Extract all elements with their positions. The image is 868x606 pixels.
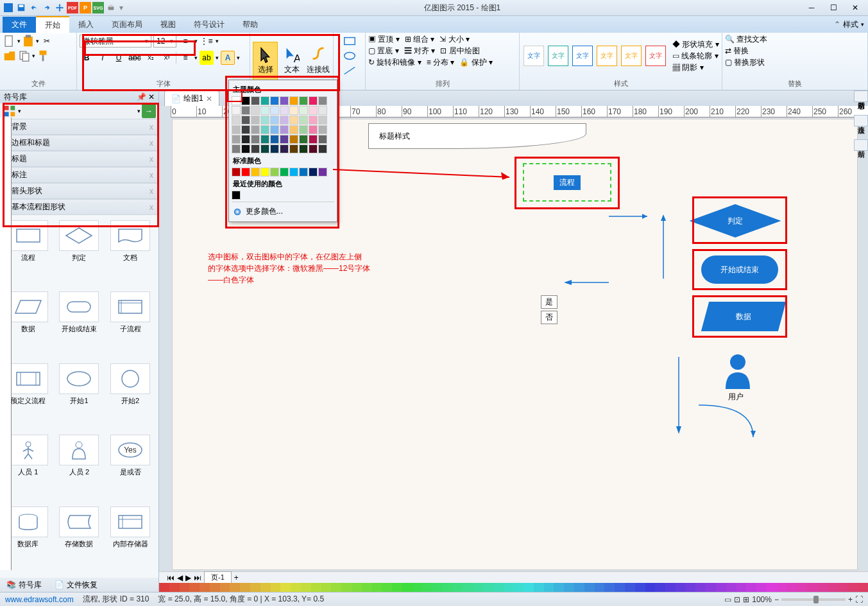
distribute-btn[interactable]: ≡ 分布 ▾ xyxy=(427,57,455,68)
undo-icon[interactable] xyxy=(28,2,40,13)
open-icon[interactable] xyxy=(3,49,17,63)
quick-rect-icon[interactable] xyxy=(343,34,357,48)
text-style-2[interactable]: 文字 xyxy=(548,46,568,66)
bold-button[interactable]: B xyxy=(80,51,94,65)
decision-shape[interactable]: 判定 xyxy=(690,204,781,238)
page-nav-prev[interactable]: ◀ xyxy=(177,573,183,582)
save-icon[interactable] xyxy=(15,2,27,13)
no-label[interactable]: 否 xyxy=(541,311,557,324)
text-style-6[interactable]: 文字 xyxy=(645,46,666,66)
print-icon[interactable] xyxy=(105,2,117,13)
page-tab[interactable]: 页-1 xyxy=(204,571,232,584)
data-shape[interactable]: 数据 xyxy=(701,302,786,331)
panel-close-icon[interactable]: ✕ xyxy=(148,92,155,101)
lib-group-bg[interactable]: ⋮背景x xyxy=(0,119,158,135)
strike-button[interactable]: abc xyxy=(128,51,142,65)
right-tab-connect[interactable]: 连接点 xyxy=(854,115,868,126)
quick-line-icon[interactable] xyxy=(343,64,357,78)
lib-group-arrow[interactable]: ⋮箭头形状x xyxy=(0,183,158,199)
process-shape-selected[interactable]: 流程 xyxy=(523,163,611,202)
select-tool[interactable]: 选择 xyxy=(253,42,278,80)
zoom-out[interactable]: − xyxy=(774,595,779,604)
shape-内部存储器[interactable]: 内部存储器 xyxy=(105,504,156,575)
doc-tab[interactable]: 📄 绘图1 ✕ xyxy=(164,91,219,106)
paste-icon[interactable] xyxy=(21,34,35,48)
standard-color-row[interactable] xyxy=(232,168,334,177)
fit-icon[interactable]: ⛶ xyxy=(855,595,863,604)
tab-home[interactable]: 开始 xyxy=(36,16,69,33)
page-nav-next[interactable]: ▶ xyxy=(185,573,191,582)
shape-开始1[interactable]: 开始1 xyxy=(54,361,105,432)
new-icon[interactable] xyxy=(3,34,17,48)
replace-text[interactable]: ⇄ 替换 xyxy=(725,46,749,56)
add-page-icon[interactable]: + xyxy=(234,573,239,582)
shape-判定[interactable]: 判定 xyxy=(54,218,105,289)
export-svg-icon[interactable]: SVG xyxy=(92,2,104,13)
bottom-tab-lib[interactable]: 📚 符号库 xyxy=(0,578,48,592)
fontcolor-button[interactable]: A xyxy=(221,51,235,65)
linespacing-icon[interactable]: ≡ xyxy=(178,34,192,48)
shape-fill[interactable]: ◆ 形状填充 ▾ xyxy=(672,39,719,50)
connector-tool[interactable]: 连接线 xyxy=(305,42,330,80)
text-style-3[interactable]: 文字 xyxy=(572,46,593,66)
lib-group-callout[interactable]: ⋮标注x xyxy=(0,167,158,183)
more-colors-button[interactable]: 更多颜色... xyxy=(232,204,334,219)
tab-view[interactable]: 视图 xyxy=(151,17,185,33)
underline-button[interactable]: U xyxy=(112,51,126,65)
pin-icon[interactable]: 📌 xyxy=(137,92,146,101)
tab-insert[interactable]: 插入 xyxy=(69,17,103,33)
group-btn[interactable]: ⊞ 组合 ▾ xyxy=(405,34,435,45)
send-back[interactable]: ▢ 置底 ▾ xyxy=(368,46,399,56)
close-button[interactable]: ✕ xyxy=(845,1,865,14)
tab-symbol[interactable]: 符号设计 xyxy=(185,17,234,33)
protect-btn[interactable]: 🔒 保护 ▾ xyxy=(459,57,493,68)
bottom-tab-recover[interactable]: 📄 文件恢复 xyxy=(48,578,104,592)
text-tool[interactable]: A 文本 xyxy=(279,42,304,80)
page-nav-last[interactable]: ⏭ xyxy=(194,573,201,582)
user-shape[interactable] xyxy=(723,353,753,391)
view-icon-2[interactable]: ⊡ xyxy=(734,595,740,604)
line-outline[interactable]: ▭ 线条轮廓 ▾ xyxy=(672,51,719,62)
superscript-button[interactable]: X² xyxy=(160,51,174,65)
minimize-button[interactable]: ─ xyxy=(801,1,822,14)
color-bar[interactable] xyxy=(159,583,868,592)
lib-icon-1[interactable] xyxy=(3,104,17,118)
status-url[interactable]: www.edrawsoft.com xyxy=(5,595,74,604)
copy-icon[interactable] xyxy=(17,49,31,63)
lib-group-border[interactable]: ⋮边框和标题x xyxy=(0,135,158,151)
yes-label[interactable]: 是 xyxy=(541,295,557,309)
align-icon[interactable]: ≡ xyxy=(178,51,192,65)
size-btn[interactable]: ⇲ 大小 ▾ xyxy=(439,34,470,45)
replace-shape[interactable]: ▢ 替换形状 xyxy=(725,57,765,68)
lib-go-icon[interactable]: → xyxy=(142,104,156,118)
italic-button[interactable]: I xyxy=(96,51,110,65)
align-btn[interactable]: ☰ 对齐 ▾ xyxy=(404,46,436,56)
view-icon-1[interactable]: ▭ xyxy=(724,595,731,604)
lib-group-flowchart[interactable]: ⋮基本流程图形状x xyxy=(0,199,158,215)
shape-文档[interactable]: 文档 xyxy=(105,218,156,289)
lib-group-title[interactable]: ⋮标题x xyxy=(0,151,158,167)
theme-color-row[interactable] xyxy=(232,96,334,105)
quick-oval-icon[interactable] xyxy=(343,49,357,63)
style-menu[interactable]: 样式 xyxy=(843,19,858,30)
page-nav-first[interactable]: ⏮ xyxy=(167,573,174,582)
maximize-button[interactable]: ☐ xyxy=(823,1,844,14)
highlight-icon[interactable]: ab xyxy=(200,51,214,65)
recent-color-row[interactable] xyxy=(232,191,334,200)
tab-layout[interactable]: 页面布局 xyxy=(103,17,151,33)
view-icon-3[interactable]: ⊞ xyxy=(743,595,749,604)
right-tab-help[interactable]: 动态帮助 xyxy=(854,91,868,102)
collapse-ribbon-icon[interactable]: ⌃ xyxy=(834,20,840,29)
zoom-slider[interactable] xyxy=(781,598,846,601)
terminator-shape[interactable]: 开始或结束 xyxy=(701,255,778,284)
shape-人员 2[interactable]: 人员 2 xyxy=(54,432,105,503)
move-icon[interactable] xyxy=(54,2,65,13)
text-style-1[interactable]: 文字 xyxy=(523,46,544,66)
shape-开始2[interactable]: 开始2 xyxy=(105,361,156,432)
rotate-btn[interactable]: ↻ 旋转和镜像 ▾ xyxy=(368,57,421,68)
redo-icon[interactable] xyxy=(41,2,53,13)
title-shape[interactable]: 标题样式 xyxy=(368,123,586,149)
font-size-select[interactable]: 12▾ xyxy=(153,35,176,48)
app-icon[interactable] xyxy=(3,2,14,13)
bring-front[interactable]: ▣ 置顶 ▾ xyxy=(368,34,400,45)
